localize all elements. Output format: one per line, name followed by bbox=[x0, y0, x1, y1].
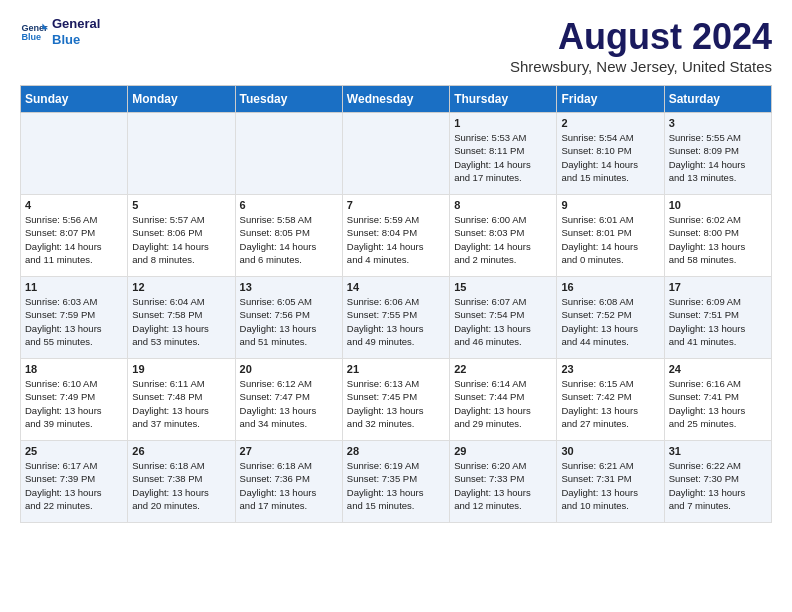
day-number: 26 bbox=[132, 445, 230, 457]
logo-text-line1: General bbox=[52, 16, 100, 32]
title-block: August 2024 Shrewsbury, New Jersey, Unit… bbox=[510, 16, 772, 75]
day-number: 3 bbox=[669, 117, 767, 129]
header: General Blue General Blue August 2024 Sh… bbox=[20, 16, 772, 75]
day-cell: 26Sunrise: 6:18 AMSunset: 7:38 PMDayligh… bbox=[128, 441, 235, 523]
day-cell: 13Sunrise: 6:05 AMSunset: 7:56 PMDayligh… bbox=[235, 277, 342, 359]
day-cell: 28Sunrise: 6:19 AMSunset: 7:35 PMDayligh… bbox=[342, 441, 449, 523]
day-info: Sunrise: 6:00 AMSunset: 8:03 PMDaylight:… bbox=[454, 213, 552, 266]
day-cell: 7Sunrise: 5:59 AMSunset: 8:04 PMDaylight… bbox=[342, 195, 449, 277]
day-cell: 27Sunrise: 6:18 AMSunset: 7:36 PMDayligh… bbox=[235, 441, 342, 523]
day-info: Sunrise: 6:21 AMSunset: 7:31 PMDaylight:… bbox=[561, 459, 659, 512]
day-cell: 19Sunrise: 6:11 AMSunset: 7:48 PMDayligh… bbox=[128, 359, 235, 441]
day-number: 11 bbox=[25, 281, 123, 293]
header-monday: Monday bbox=[128, 86, 235, 113]
day-info: Sunrise: 6:15 AMSunset: 7:42 PMDaylight:… bbox=[561, 377, 659, 430]
day-info: Sunrise: 5:58 AMSunset: 8:05 PMDaylight:… bbox=[240, 213, 338, 266]
day-number: 24 bbox=[669, 363, 767, 375]
day-cell bbox=[128, 113, 235, 195]
week-row-5: 25Sunrise: 6:17 AMSunset: 7:39 PMDayligh… bbox=[21, 441, 772, 523]
day-number: 14 bbox=[347, 281, 445, 293]
day-cell: 11Sunrise: 6:03 AMSunset: 7:59 PMDayligh… bbox=[21, 277, 128, 359]
svg-text:Blue: Blue bbox=[21, 32, 41, 42]
day-cell bbox=[342, 113, 449, 195]
day-info: Sunrise: 6:03 AMSunset: 7:59 PMDaylight:… bbox=[25, 295, 123, 348]
day-number: 19 bbox=[132, 363, 230, 375]
day-number: 5 bbox=[132, 199, 230, 211]
header-tuesday: Tuesday bbox=[235, 86, 342, 113]
day-info: Sunrise: 6:06 AMSunset: 7:55 PMDaylight:… bbox=[347, 295, 445, 348]
day-cell: 3Sunrise: 5:55 AMSunset: 8:09 PMDaylight… bbox=[664, 113, 771, 195]
day-number: 31 bbox=[669, 445, 767, 457]
logo: General Blue General Blue bbox=[20, 16, 100, 47]
day-info: Sunrise: 6:12 AMSunset: 7:47 PMDaylight:… bbox=[240, 377, 338, 430]
day-info: Sunrise: 6:02 AMSunset: 8:00 PMDaylight:… bbox=[669, 213, 767, 266]
day-number: 1 bbox=[454, 117, 552, 129]
day-info: Sunrise: 6:11 AMSunset: 7:48 PMDaylight:… bbox=[132, 377, 230, 430]
day-info: Sunrise: 6:20 AMSunset: 7:33 PMDaylight:… bbox=[454, 459, 552, 512]
header-thursday: Thursday bbox=[450, 86, 557, 113]
day-info: Sunrise: 5:56 AMSunset: 8:07 PMDaylight:… bbox=[25, 213, 123, 266]
day-cell: 31Sunrise: 6:22 AMSunset: 7:30 PMDayligh… bbox=[664, 441, 771, 523]
day-info: Sunrise: 5:59 AMSunset: 8:04 PMDaylight:… bbox=[347, 213, 445, 266]
day-cell: 14Sunrise: 6:06 AMSunset: 7:55 PMDayligh… bbox=[342, 277, 449, 359]
day-cell: 20Sunrise: 6:12 AMSunset: 7:47 PMDayligh… bbox=[235, 359, 342, 441]
header-sunday: Sunday bbox=[21, 86, 128, 113]
day-info: Sunrise: 5:53 AMSunset: 8:11 PMDaylight:… bbox=[454, 131, 552, 184]
day-cell: 16Sunrise: 6:08 AMSunset: 7:52 PMDayligh… bbox=[557, 277, 664, 359]
day-cell: 5Sunrise: 5:57 AMSunset: 8:06 PMDaylight… bbox=[128, 195, 235, 277]
day-number: 13 bbox=[240, 281, 338, 293]
day-cell: 8Sunrise: 6:00 AMSunset: 8:03 PMDaylight… bbox=[450, 195, 557, 277]
header-friday: Friday bbox=[557, 86, 664, 113]
week-row-3: 11Sunrise: 6:03 AMSunset: 7:59 PMDayligh… bbox=[21, 277, 772, 359]
day-cell: 30Sunrise: 6:21 AMSunset: 7:31 PMDayligh… bbox=[557, 441, 664, 523]
day-info: Sunrise: 6:18 AMSunset: 7:38 PMDaylight:… bbox=[132, 459, 230, 512]
day-cell: 10Sunrise: 6:02 AMSunset: 8:00 PMDayligh… bbox=[664, 195, 771, 277]
day-info: Sunrise: 6:07 AMSunset: 7:54 PMDaylight:… bbox=[454, 295, 552, 348]
day-cell: 12Sunrise: 6:04 AMSunset: 7:58 PMDayligh… bbox=[128, 277, 235, 359]
day-number: 22 bbox=[454, 363, 552, 375]
day-number: 30 bbox=[561, 445, 659, 457]
day-number: 2 bbox=[561, 117, 659, 129]
day-number: 25 bbox=[25, 445, 123, 457]
day-number: 16 bbox=[561, 281, 659, 293]
day-cell: 24Sunrise: 6:16 AMSunset: 7:41 PMDayligh… bbox=[664, 359, 771, 441]
day-cell: 9Sunrise: 6:01 AMSunset: 8:01 PMDaylight… bbox=[557, 195, 664, 277]
header-saturday: Saturday bbox=[664, 86, 771, 113]
logo-text-line2: Blue bbox=[52, 32, 100, 48]
day-cell: 21Sunrise: 6:13 AMSunset: 7:45 PMDayligh… bbox=[342, 359, 449, 441]
day-cell: 6Sunrise: 5:58 AMSunset: 8:05 PMDaylight… bbox=[235, 195, 342, 277]
day-cell: 2Sunrise: 5:54 AMSunset: 8:10 PMDaylight… bbox=[557, 113, 664, 195]
day-info: Sunrise: 6:17 AMSunset: 7:39 PMDaylight:… bbox=[25, 459, 123, 512]
day-cell: 23Sunrise: 6:15 AMSunset: 7:42 PMDayligh… bbox=[557, 359, 664, 441]
day-number: 17 bbox=[669, 281, 767, 293]
calendar-table: SundayMondayTuesdayWednesdayThursdayFrid… bbox=[20, 85, 772, 523]
day-info: Sunrise: 5:54 AMSunset: 8:10 PMDaylight:… bbox=[561, 131, 659, 184]
day-number: 29 bbox=[454, 445, 552, 457]
day-cell: 15Sunrise: 6:07 AMSunset: 7:54 PMDayligh… bbox=[450, 277, 557, 359]
day-number: 27 bbox=[240, 445, 338, 457]
day-info: Sunrise: 6:14 AMSunset: 7:44 PMDaylight:… bbox=[454, 377, 552, 430]
day-info: Sunrise: 6:01 AMSunset: 8:01 PMDaylight:… bbox=[561, 213, 659, 266]
day-info: Sunrise: 5:55 AMSunset: 8:09 PMDaylight:… bbox=[669, 131, 767, 184]
day-cell: 25Sunrise: 6:17 AMSunset: 7:39 PMDayligh… bbox=[21, 441, 128, 523]
header-wednesday: Wednesday bbox=[342, 86, 449, 113]
day-cell: 4Sunrise: 5:56 AMSunset: 8:07 PMDaylight… bbox=[21, 195, 128, 277]
day-number: 23 bbox=[561, 363, 659, 375]
day-info: Sunrise: 6:08 AMSunset: 7:52 PMDaylight:… bbox=[561, 295, 659, 348]
day-info: Sunrise: 6:19 AMSunset: 7:35 PMDaylight:… bbox=[347, 459, 445, 512]
day-info: Sunrise: 6:16 AMSunset: 7:41 PMDaylight:… bbox=[669, 377, 767, 430]
day-number: 21 bbox=[347, 363, 445, 375]
day-info: Sunrise: 5:57 AMSunset: 8:06 PMDaylight:… bbox=[132, 213, 230, 266]
day-number: 12 bbox=[132, 281, 230, 293]
day-info: Sunrise: 6:04 AMSunset: 7:58 PMDaylight:… bbox=[132, 295, 230, 348]
day-info: Sunrise: 6:09 AMSunset: 7:51 PMDaylight:… bbox=[669, 295, 767, 348]
day-number: 7 bbox=[347, 199, 445, 211]
day-cell: 1Sunrise: 5:53 AMSunset: 8:11 PMDaylight… bbox=[450, 113, 557, 195]
day-number: 4 bbox=[25, 199, 123, 211]
main-title: August 2024 bbox=[510, 16, 772, 58]
day-cell: 29Sunrise: 6:20 AMSunset: 7:33 PMDayligh… bbox=[450, 441, 557, 523]
day-number: 28 bbox=[347, 445, 445, 457]
day-number: 20 bbox=[240, 363, 338, 375]
day-cell: 17Sunrise: 6:09 AMSunset: 7:51 PMDayligh… bbox=[664, 277, 771, 359]
subtitle: Shrewsbury, New Jersey, United States bbox=[510, 58, 772, 75]
